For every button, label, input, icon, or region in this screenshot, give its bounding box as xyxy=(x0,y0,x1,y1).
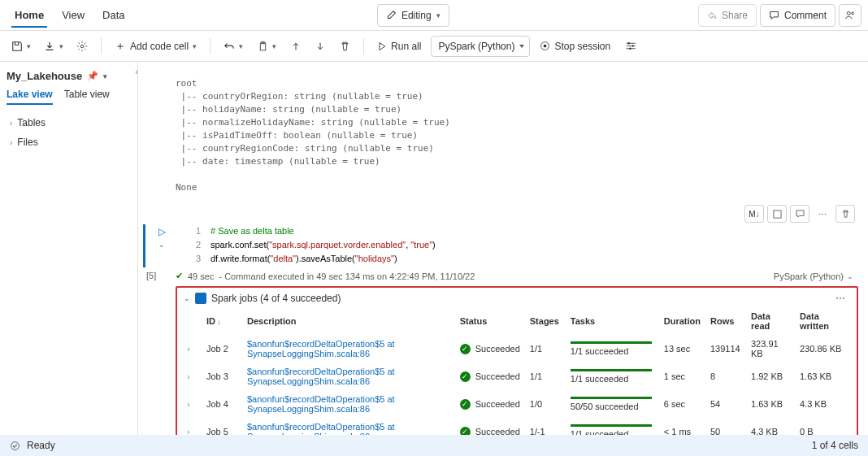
chevron-down-icon: ▾ xyxy=(27,42,31,50)
table-row: ›Job 4$anonfun$recordDeltaOperation$5 at… xyxy=(182,390,852,418)
run-cell-button[interactable]: ▷ xyxy=(158,226,166,237)
job-id: Job 3 xyxy=(202,363,242,390)
table-row: ›Job 2$anonfun$recordDeltaOperation$5 at… xyxy=(182,335,852,363)
kernel-select[interactable]: PySpark (Python) xyxy=(431,36,530,57)
chevron-down-icon[interactable]: ⌄ xyxy=(847,272,853,280)
tab-view[interactable]: View xyxy=(59,2,88,28)
job-duration: 1 sec xyxy=(659,363,705,390)
cell-count: 1 of 4 cells xyxy=(812,440,858,451)
job-duration: < 1 ms xyxy=(659,418,705,435)
comment-icon xyxy=(769,10,779,20)
job-rows: 54 xyxy=(705,390,746,418)
cell-exec-index: [5] xyxy=(143,271,176,435)
tree-label: Tables xyxy=(17,117,46,128)
share-button[interactable]: Share xyxy=(698,4,757,27)
tree-files[interactable]: › Files xyxy=(7,132,131,152)
job-stages: 1/1 xyxy=(525,363,566,390)
tab-home[interactable]: Home xyxy=(11,2,47,28)
chevron-down-icon: ▾ xyxy=(272,42,276,50)
notebook-toolbar: ▾ ▾ ＋ Add code cell ▾ ▾ ▾ Run all PySpar… xyxy=(0,31,868,62)
ribbon-tabs: Home View Data xyxy=(7,2,128,28)
cell-toolbar: M↓ ⋯ xyxy=(143,205,855,223)
markdown-toggle-button[interactable]: M↓ xyxy=(744,205,764,223)
session-options-button[interactable] xyxy=(620,35,643,58)
job-read: 1.92 KB xyxy=(746,363,795,390)
chevron-down-icon: ▾ xyxy=(436,11,441,20)
sidebar-tab-lakeview[interactable]: Lake view xyxy=(7,89,53,105)
job-description-link[interactable]: $anonfun$recordDeltaOperation$5 at Synap… xyxy=(247,422,395,435)
status-bar: Ready 1 of 4 cells xyxy=(0,435,868,456)
editing-mode-button[interactable]: Editing ▾ xyxy=(377,4,449,27)
table-row: ›Job 5$anonfun$recordDeltaOperation$5 at… xyxy=(182,418,852,435)
table-row: ›Job 3$anonfun$recordDeltaOperation$5 at… xyxy=(182,363,852,390)
cell-tool-2[interactable] xyxy=(790,205,809,223)
move-up-button[interactable] xyxy=(286,35,306,58)
save-icon xyxy=(11,41,23,52)
chevron-down-icon[interactable]: ⌄ xyxy=(158,241,165,249)
svg-rect-3 xyxy=(260,42,266,50)
tree-tables[interactable]: › Tables xyxy=(7,113,131,132)
add-cell-label: Add code cell xyxy=(130,41,189,52)
save-button[interactable]: ▾ xyxy=(7,35,36,58)
lakehouse-title: My_Lakehouse 📌 ▾ xyxy=(7,70,131,82)
chevron-down-icon: ▾ xyxy=(239,42,243,50)
expand-row-button[interactable]: › xyxy=(182,390,202,418)
job-description-link[interactable]: $anonfun$recordDeltaOperation$5 at Synap… xyxy=(247,339,395,358)
play-icon xyxy=(377,41,387,51)
code-cell[interactable]: ▷ ⌄ 1# Save as delta table 2spark.conf.s… xyxy=(143,224,858,267)
clipboard-icon xyxy=(258,41,268,52)
spark-more-button[interactable]: ⋯ xyxy=(831,293,850,304)
svg-point-1 xyxy=(852,11,854,14)
job-rows: 139114 xyxy=(705,335,746,363)
move-down-button[interactable] xyxy=(310,35,330,58)
job-read: 4.3 KB xyxy=(746,418,795,435)
task-progress xyxy=(571,424,652,427)
success-icon: ✓ xyxy=(460,344,471,354)
spark-icon xyxy=(195,293,206,304)
add-code-cell-button[interactable]: ＋ Add code cell ▾ xyxy=(110,35,202,58)
cell-delete-button[interactable] xyxy=(835,205,855,223)
undo-button[interactable]: ▾ xyxy=(219,35,248,58)
job-rows: 8 xyxy=(705,363,746,390)
settings-button[interactable] xyxy=(72,35,93,58)
cell-tool-1[interactable] xyxy=(767,205,787,223)
pin-icon[interactable]: 📌 xyxy=(87,71,98,81)
svg-rect-10 xyxy=(773,210,780,217)
sort-icon[interactable]: ↓ xyxy=(217,318,221,326)
cell-more-button[interactable]: ⋯ xyxy=(813,205,832,223)
job-stages: 1/0 xyxy=(525,390,566,418)
stop-session-button[interactable]: Stop session xyxy=(535,35,615,58)
job-status: Succeeded xyxy=(475,371,520,381)
schema-output: root |-- countryOrRegion: string (nullab… xyxy=(176,77,450,194)
execution-status: ✔ 49 sec - Command executed in 49 sec 13… xyxy=(176,267,858,284)
run-all-label: Run all xyxy=(391,41,421,52)
job-id: Job 4 xyxy=(202,390,242,418)
job-description-link[interactable]: $anonfun$recordDeltaOperation$5 at Synap… xyxy=(247,394,395,414)
comment-button[interactable]: Comment xyxy=(760,4,835,27)
svg-point-0 xyxy=(847,11,850,15)
job-description-link[interactable]: $anonfun$recordDeltaOperation$5 at Synap… xyxy=(247,367,395,386)
people-button[interactable] xyxy=(839,4,861,27)
edit-icon xyxy=(386,10,397,20)
expand-row-button[interactable]: › xyxy=(182,363,202,390)
clipboard-button[interactable]: ▾ xyxy=(253,35,281,58)
job-written: 1.63 KB xyxy=(795,363,852,390)
job-id: Job 2 xyxy=(202,335,242,363)
expand-row-button[interactable]: › xyxy=(182,335,202,363)
tab-data[interactable]: Data xyxy=(99,2,128,28)
code-editor[interactable]: 1# Save as delta table 2spark.conf.set("… xyxy=(178,224,436,267)
plus-icon: ＋ xyxy=(115,39,126,54)
expand-row-button[interactable]: › xyxy=(182,418,202,435)
sidebar-tab-tableview[interactable]: Table view xyxy=(64,89,110,105)
delete-button[interactable] xyxy=(335,35,355,58)
download-button[interactable]: ▾ xyxy=(39,35,68,58)
chevron-down-icon[interactable]: ▾ xyxy=(103,72,107,80)
svg-point-8 xyxy=(632,45,634,46)
run-all-button[interactable]: Run all xyxy=(372,35,426,58)
chevron-down-icon[interactable]: ⌄ xyxy=(184,294,190,302)
undo-icon xyxy=(224,41,235,52)
spark-jobs-table: ID↓ Description Status Stages Tasks Dura… xyxy=(182,307,852,435)
job-status: Succeeded xyxy=(475,427,520,435)
spark-title: Spark jobs (4 of 4 succeeded) xyxy=(211,293,341,304)
share-label: Share xyxy=(722,10,748,21)
